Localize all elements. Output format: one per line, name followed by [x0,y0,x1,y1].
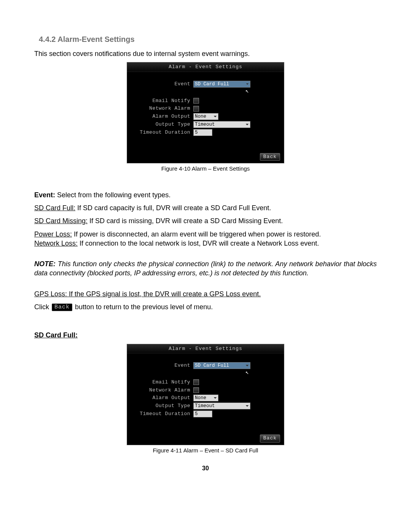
output-type-select[interactable]: Timeout [193,121,250,128]
intro-paragraph: This section covers notifications due to… [34,49,377,58]
output-type-label: Output Type [134,403,193,409]
power-loss-desc: Power Loss: If power is disconnected, an… [34,230,377,239]
alarm-output-label: Alarm Output [134,395,193,401]
email-notify-label: Email Notify [134,379,193,386]
sd-card-full-heading: SD Card Full: [34,331,377,340]
timeout-duration-label: Timeout Duration [134,411,193,417]
sd-full-text: If SD card capacity is full, DVR will cr… [75,204,271,212]
section-heading: 4.4.2 Alarm-Event Settings [39,34,377,45]
click-pre: Click [34,303,51,311]
alarm-output-row: Alarm Output None [134,395,277,401]
network-alarm-label: Network Alarm [134,387,193,394]
event-row: Event SD Card Full [134,81,277,88]
event-label: Event [134,362,193,369]
dvr-body: Event SD Card Full ↖ Email Notify Networ… [127,72,284,151]
email-notify-row: Email Notify [134,97,277,104]
network-alarm-checkbox[interactable] [193,387,199,393]
dvr-screenshot-1: Alarm - Event Settings Event SD Card Ful… [127,62,284,163]
power-loss-u: Power Loss: [34,230,72,238]
event-label: Event [134,81,193,88]
note-paragraph: NOTE: This function only checks the phys… [34,259,377,278]
alarm-output-label: Alarm Output [134,113,193,120]
event-select[interactable]: SD Card Full [193,81,250,88]
network-loss-desc: Network Loss: If connection to the local… [34,239,377,248]
timeout-duration-row: Timeout Duration [134,411,277,417]
gps-loss-u: GPS Loss: If the GPS signal is lost, the… [34,290,261,298]
dvr-titlebar: Alarm - Event Settings [127,344,284,354]
sd-full-desc: SD Card Full: If SD card capacity is ful… [34,203,377,212]
back-button[interactable]: Back [260,153,280,161]
document-page: 4.4.2 Alarm-Event Settings This section … [0,0,411,532]
timeout-duration-row: Timeout Duration [134,129,277,136]
output-type-label: Output Type [134,121,193,128]
event-select[interactable]: SD Card Full [193,362,250,369]
timeout-duration-label: Timeout Duration [134,129,193,136]
dvr-titlebar: Alarm - Event Settings [127,62,284,72]
timeout-duration-input[interactable] [193,129,212,136]
event-row: Event SD Card Full [134,362,277,369]
email-notify-label: Email Notify [134,97,193,104]
event-text: Select from the following event types. [55,191,170,199]
note-bold: NOTE: [34,260,56,268]
network-alarm-row: Network Alarm [134,387,277,394]
dvr-footer: Back [127,151,284,163]
network-loss-text: If connection to the local network is lo… [78,240,319,247]
dvr-body: Event SD Card Full ↖ Email Notify Networ… [127,353,284,432]
timeout-duration-input[interactable] [193,411,212,417]
alarm-output-select[interactable]: None [193,395,218,401]
figure-caption-2: Figure 4-11 Alarm – Event – SD Card Full [34,447,377,454]
network-alarm-row: Network Alarm [134,105,277,112]
event-bold: Event: [34,191,55,199]
email-notify-checkbox[interactable] [193,379,199,385]
back-button[interactable]: Back [260,435,280,443]
figure-caption-1: Figure 4-10 Alarm – Event Settings [34,165,377,173]
click-post: button to return to the previous level o… [73,303,213,311]
click-back-line: Click Back button to return to the previ… [34,302,377,312]
output-type-row: Output Type Timeout [134,121,277,128]
email-notify-row: Email Notify [134,379,277,386]
note-text: This function only checks the physical c… [34,260,377,277]
output-type-row: Output Type Timeout [134,403,277,409]
page-number: 30 [34,464,377,473]
back-inline-button[interactable]: Back [52,304,72,311]
network-alarm-checkbox[interactable] [193,106,199,112]
network-loss-u: Network Loss: [34,240,78,247]
sd-missing-text: If SD card is missing, DVR will create a… [88,217,283,225]
alarm-output-select[interactable]: None [193,113,218,120]
event-lead: Event: Select from the following event t… [34,190,377,200]
sd-missing-u: SD Card Missing: [34,217,88,225]
power-loss-text: If power is disconnected, an alarm event… [72,230,321,238]
dvr-screenshot-2: Alarm - Event Settings Event SD Card Ful… [127,344,284,445]
gps-loss-desc: GPS Loss: If the GPS signal is lost, the… [34,289,377,299]
alarm-output-row: Alarm Output None [134,113,277,120]
dvr-footer: Back [127,432,284,445]
network-alarm-label: Network Alarm [134,105,193,112]
sd-missing-desc: SD Card Missing: If SD card is missing, … [34,216,377,225]
output-type-select[interactable]: Timeout [193,403,250,409]
email-notify-checkbox[interactable] [193,98,199,104]
sd-full-u: SD Card Full: [34,204,75,212]
